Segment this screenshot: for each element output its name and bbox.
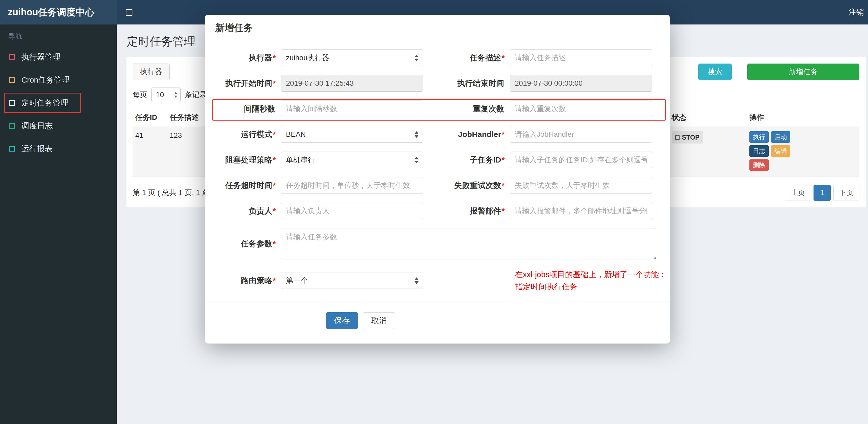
cancel-button[interactable]: 取消 bbox=[363, 312, 395, 329]
cell-task-id: 41 bbox=[133, 127, 167, 143]
repeat-count-input[interactable] bbox=[510, 101, 652, 117]
per-page-select[interactable]: 10 bbox=[151, 88, 181, 102]
job-param-textarea[interactable] bbox=[281, 228, 656, 259]
start-button[interactable]: 启动 bbox=[771, 131, 790, 143]
run-mode-label: 运行模式* bbox=[205, 129, 281, 140]
timeout-label: 任务超时时间* bbox=[205, 180, 281, 191]
sidebar-item-dispatch-log[interactable]: 调度日志 bbox=[0, 114, 117, 137]
save-button[interactable]: 保存 bbox=[326, 312, 358, 329]
interval-input[interactable] bbox=[281, 101, 423, 117]
app-brand: zuihou任务调度中心 bbox=[0, 0, 117, 25]
sidebar-item-executor-mgmt[interactable]: 执行器管理 bbox=[0, 45, 117, 68]
cron-icon bbox=[9, 77, 15, 83]
header-status: 状态 bbox=[669, 109, 747, 127]
owner-input[interactable] bbox=[281, 203, 423, 219]
execute-button[interactable]: 执行 bbox=[749, 131, 769, 143]
add-task-button[interactable]: 新增任务 bbox=[747, 64, 859, 80]
sidebar-item-run-report[interactable]: 运行报表 bbox=[0, 137, 117, 160]
task-desc-input[interactable] bbox=[510, 50, 652, 66]
timed-task-icon bbox=[9, 100, 15, 106]
retry-count-input[interactable] bbox=[510, 177, 652, 194]
status-badge: STOP bbox=[672, 131, 703, 143]
delete-button[interactable]: 删除 bbox=[749, 159, 769, 171]
timeout-input[interactable] bbox=[281, 177, 423, 194]
modal-footer: 保存 取消 bbox=[205, 302, 670, 344]
dispatch-log-icon bbox=[9, 123, 15, 129]
sidebar-collapse-icon[interactable] bbox=[126, 9, 132, 15]
logout-link[interactable]: 注销 bbox=[849, 7, 864, 18]
executor-label: 执行器* bbox=[205, 53, 281, 63]
alarm-email-input[interactable] bbox=[510, 203, 652, 219]
end-time-input[interactable] bbox=[510, 75, 652, 92]
modal-body: 执行器* zuihou执行器 任务描述* 执行开始时间* 执行结束时间 间隔秒数… bbox=[205, 41, 670, 293]
child-job-label: 子任务ID* bbox=[423, 155, 510, 165]
block-strategy-label: 阻塞处理策略* bbox=[205, 155, 281, 165]
run-report-icon bbox=[9, 146, 15, 152]
interval-label: 间隔秒数 bbox=[205, 104, 281, 114]
prev-page-button[interactable]: 上页 bbox=[785, 185, 811, 201]
per-page-suffix: 条记录 bbox=[185, 90, 207, 100]
header-actions: 操作 bbox=[747, 109, 857, 127]
sidebar-nav-label: 导航 bbox=[0, 25, 117, 45]
retry-count-label: 失败重试次数* bbox=[423, 180, 510, 191]
select-caret-icon bbox=[414, 55, 418, 61]
route-strategy-label: 路由策略* bbox=[205, 275, 281, 286]
route-strategy-select[interactable]: 第一个 bbox=[281, 272, 423, 289]
sidebar-item-timed-task-mgmt[interactable]: 定时任务管理 bbox=[0, 91, 117, 114]
run-mode-select[interactable]: BEAN bbox=[281, 126, 423, 143]
edit-button[interactable]: 编辑 bbox=[771, 145, 790, 157]
repeat-count-label: 重复次数 bbox=[423, 104, 510, 114]
child-job-input[interactable] bbox=[510, 152, 652, 168]
end-time-label: 执行结束时间 bbox=[423, 78, 510, 89]
owner-label: 负责人* bbox=[205, 206, 281, 217]
feature-note: 在xxl-jobs项目的基础上，新增了一个功能： 指定时间执行任务 bbox=[515, 268, 667, 293]
executor-select[interactable]: zuihou执行器 bbox=[281, 50, 423, 66]
task-desc-label: 任务描述* bbox=[423, 53, 510, 63]
select-caret-icon bbox=[414, 157, 418, 163]
start-time-label: 执行开始时间* bbox=[205, 78, 281, 89]
log-button[interactable]: 日志 bbox=[749, 145, 769, 157]
executor-filter-chip[interactable]: 执行器 bbox=[133, 64, 170, 80]
row-actions: 执行 启动 日志 编辑 删除 bbox=[747, 127, 807, 176]
job-param-label: 任务参数* bbox=[205, 238, 281, 249]
executor-icon bbox=[9, 54, 15, 60]
page-1-button[interactable]: 1 bbox=[813, 185, 831, 201]
jobhandler-input[interactable] bbox=[510, 126, 652, 143]
alarm-email-label: 报警邮件* bbox=[423, 206, 510, 217]
select-caret-icon bbox=[174, 92, 177, 98]
stop-icon bbox=[675, 135, 680, 140]
sidebar-item-cron-mgmt[interactable]: Cron任务管理 bbox=[0, 68, 117, 91]
select-caret-icon bbox=[414, 131, 418, 138]
modal-header: 新增任务 bbox=[205, 15, 670, 41]
add-task-modal: 新增任务 执行器* zuihou执行器 任务描述* 执行开始时间* 执行结束时间… bbox=[205, 15, 670, 344]
search-button[interactable]: 搜索 bbox=[698, 64, 732, 80]
next-page-button[interactable]: 下页 bbox=[833, 185, 859, 201]
select-caret-icon bbox=[414, 278, 418, 284]
sidebar: 导航 执行器管理 Cron任务管理 定时任务管理 调度日志 运行报表 bbox=[0, 25, 117, 424]
modal-title: 新增任务 bbox=[215, 22, 659, 34]
block-strategy-select[interactable]: 单机串行 bbox=[281, 152, 423, 168]
start-time-input[interactable] bbox=[281, 75, 423, 92]
jobhandler-label: JobHandler* bbox=[423, 130, 510, 139]
per-page-prefix: 每页 bbox=[133, 90, 147, 100]
header-task-id[interactable]: 任务ID bbox=[133, 109, 167, 127]
